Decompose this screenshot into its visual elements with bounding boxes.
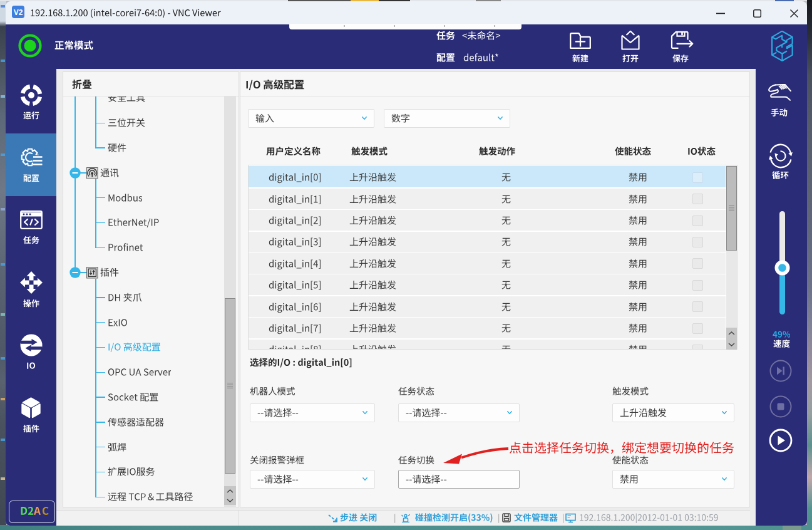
svg-text:V2: V2 (14, 8, 23, 17)
